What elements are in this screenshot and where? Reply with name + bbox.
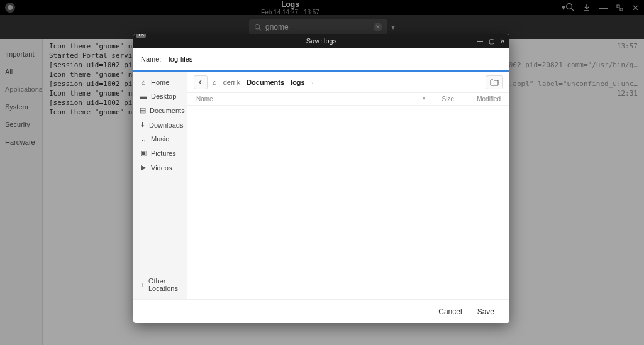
save-dialog: 15 Save logs — ▢ ✕ Name: ⌂Home ▬Desktop … [133, 34, 509, 323]
chevron-right-icon: › [311, 79, 314, 86]
place-documents[interactable]: ▤Documents [133, 103, 187, 118]
dialog-actions: Cancel Save [133, 299, 509, 323]
downloads-icon: ⬇ [140, 121, 145, 129]
place-pictures[interactable]: ▣Pictures [133, 146, 187, 160]
place-downloads[interactable]: ⬇Downloads [133, 118, 187, 132]
col-size[interactable]: Size [431, 96, 463, 102]
new-folder-button[interactable] [486, 75, 503, 89]
place-videos[interactable]: ▶Videos [133, 160, 187, 175]
documents-icon: ▤ [140, 106, 146, 114]
file-pane: ⌂ derrik Documents logs › Name▾ Size Mod… [187, 72, 509, 299]
dialog-badge: 15 [136, 34, 146, 38]
breadcrumb[interactable]: Documents [247, 79, 284, 86]
filename-row: Name: [133, 48, 509, 72]
column-headers[interactable]: Name▾ Size Modified [187, 93, 509, 106]
place-desktop[interactable]: ▬Desktop [133, 89, 187, 103]
filename-input[interactable] [167, 53, 502, 65]
music-icon: ♫ [140, 135, 147, 143]
place-other-locations[interactable]: +Other Locations [133, 274, 187, 295]
home-crumb-icon[interactable]: ⌂ [213, 79, 217, 86]
plus-icon: + [140, 281, 145, 288]
pictures-icon: ▣ [140, 149, 147, 157]
sort-caret-icon: ▾ [423, 96, 425, 101]
path-bar: ⌂ derrik Documents logs › [187, 72, 509, 93]
filename-label: Name: [141, 55, 161, 63]
dialog-close-icon[interactable]: ✕ [498, 36, 507, 45]
dialog-titlebar[interactable]: 15 Save logs — ▢ ✕ [133, 34, 509, 48]
cancel-button[interactable]: Cancel [438, 307, 462, 316]
desktop-icon: ▬ [140, 92, 147, 100]
places-sidebar: ⌂Home ▬Desktop ▤Documents ⬇Downloads ♫Mu… [133, 72, 187, 299]
breadcrumb[interactable]: derrik [223, 79, 241, 86]
dialog-minimize-icon[interactable]: — [475, 36, 484, 45]
breadcrumb[interactable]: logs [291, 79, 305, 86]
home-icon: ⌂ [140, 79, 147, 86]
place-home[interactable]: ⌂Home [133, 75, 187, 89]
videos-icon: ▶ [140, 163, 147, 172]
file-list[interactable] [187, 106, 509, 299]
dialog-maximize-icon[interactable]: ▢ [487, 36, 496, 45]
col-modified[interactable]: Modified [463, 96, 501, 102]
nav-back-button[interactable] [194, 75, 208, 89]
place-music[interactable]: ♫Music [133, 132, 187, 146]
col-name[interactable]: Name▾ [196, 96, 431, 102]
save-button[interactable]: Save [477, 307, 494, 316]
dialog-title: Save logs [306, 37, 336, 45]
